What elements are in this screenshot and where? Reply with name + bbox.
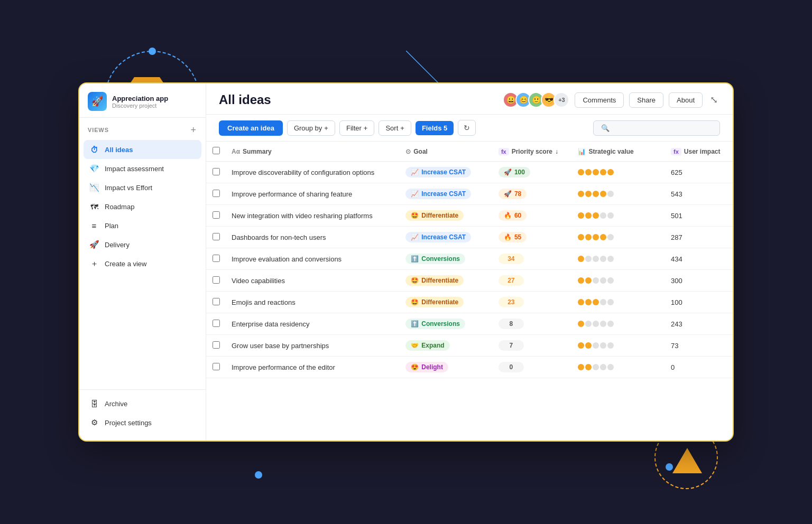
plus-icon: + [364, 124, 368, 132]
group-by-button[interactable]: Group by + [287, 120, 335, 136]
refresh-button[interactable]: ↻ [458, 120, 476, 136]
goal-badge[interactable]: 📈 Increase CSAT [405, 232, 471, 242]
sidebar-item-all-ideas[interactable]: ⏱ All ideas [84, 140, 201, 159]
filter-button[interactable]: Filter + [339, 120, 374, 136]
impact-effort-icon: 📉 [89, 182, 99, 193]
th-summary[interactable]: Aα Summary [225, 142, 399, 162]
search-icon: 🔍 [601, 124, 610, 132]
row-summary[interactable]: Emojis and reactions [225, 292, 399, 313]
fx-icon: fx [499, 148, 509, 155]
sidebar-item-plan[interactable]: ≡ Plan [84, 216, 201, 235]
row-checkbox-cell [206, 227, 225, 248]
row-summary[interactable]: Improve discoverability of configuration… [225, 162, 399, 183]
goal-badge[interactable]: 🤩 Differentiate [405, 297, 464, 307]
score-pill[interactable]: 7 [499, 340, 524, 351]
row-checkbox[interactable] [213, 255, 220, 262]
th-priority-score[interactable]: fx Priority score ↓ [492, 142, 572, 162]
row-checkbox[interactable] [213, 341, 220, 349]
goal-badge[interactable]: 📈 Increase CSAT [405, 167, 471, 177]
row-summary[interactable]: Improve performance of sharing feature [225, 183, 399, 205]
sidebar-item-delivery[interactable]: 🚀 Delivery [84, 235, 201, 254]
score-pill[interactable]: 34 [499, 254, 524, 264]
table-row: Dashboards for non-tech users 📈 Increase… [206, 227, 733, 248]
create-idea-button[interactable]: Create an idea [219, 120, 283, 136]
row-checkbox[interactable] [213, 190, 220, 197]
score-value: 60 [514, 212, 521, 219]
row-checkbox[interactable] [213, 363, 220, 370]
row-checkbox-cell [206, 292, 225, 313]
row-summary[interactable]: Enterprise data residency [225, 313, 399, 335]
row-checkbox[interactable] [213, 320, 220, 327]
plan-icon: ≡ [89, 220, 99, 231]
plus-icon: + [324, 124, 328, 132]
fields-button[interactable]: Fields 5 [416, 121, 454, 135]
row-score: 🚀 78 [492, 183, 572, 205]
views-label: VIEWS [88, 127, 109, 133]
add-view-button[interactable]: + [189, 125, 197, 135]
row-strategic [571, 248, 665, 270]
dot [607, 277, 614, 284]
sidebar-item-project-settings[interactable]: ⚙ Project settings [84, 413, 201, 432]
row-impact: 434 [665, 248, 733, 270]
sidebar-item-archive[interactable]: 🗄 Archive [84, 394, 201, 413]
score-pill[interactable]: 8 [499, 319, 524, 329]
score-pill[interactable]: 0 [499, 362, 524, 372]
dot [578, 364, 584, 370]
row-checkbox-cell [206, 313, 225, 335]
toolbar: Create an idea Group by + Filter + Sort … [206, 115, 733, 142]
select-all-checkbox[interactable] [213, 147, 220, 154]
goal-badge[interactable]: ⬆️ Conversions [405, 319, 465, 329]
goal-badge[interactable]: ⬆️ Conversions [405, 254, 465, 264]
comments-button[interactable]: Comments [575, 92, 624, 108]
row-checkbox[interactable] [213, 211, 220, 219]
row-summary[interactable]: Grow user base by partnerships [225, 335, 399, 357]
sidebar-item-impact-assessment[interactable]: 💎 Impact assessment [84, 159, 201, 178]
dot [607, 212, 614, 219]
score-pill[interactable]: 🔥 55 [499, 232, 527, 242]
fx-icon-2: fx [671, 148, 681, 155]
goal-badge[interactable]: 🤩 Differentiate [405, 210, 464, 221]
th-user-impact[interactable]: fx User impact [665, 142, 733, 162]
row-summary[interactable]: Improve evaluation and conversions [225, 248, 399, 270]
row-checkbox-cell [206, 162, 225, 183]
score-pill[interactable]: 27 [499, 275, 524, 286]
row-summary[interactable]: Dashboards for non-tech users [225, 227, 399, 248]
dot [607, 342, 614, 349]
about-button[interactable]: About [669, 92, 703, 108]
strategic-dots [578, 234, 658, 240]
dot [607, 234, 614, 240]
goal-badge[interactable]: 📈 Increase CSAT [405, 189, 471, 199]
score-pill[interactable]: 🚀 100 [499, 167, 530, 177]
score-pill[interactable]: 23 [499, 297, 524, 307]
row-checkbox[interactable] [213, 168, 220, 175]
th-checkbox [206, 142, 225, 162]
row-summary[interactable]: New integration with video resharing pla… [225, 205, 399, 227]
row-summary[interactable]: Video capabilities [225, 270, 399, 292]
row-checkbox[interactable] [213, 298, 220, 305]
row-checkbox[interactable] [213, 233, 220, 240]
score-pill[interactable]: 🚀 78 [499, 189, 527, 199]
row-goal: 🤩 Differentiate [399, 270, 492, 292]
dot [578, 212, 584, 219]
goal-badge[interactable]: 😍 Delight [405, 362, 448, 372]
summary-type-icon: Aα [232, 148, 240, 155]
sidebar-item-create-view[interactable]: ＋ Create a view [84, 254, 201, 273]
share-button[interactable]: Share [629, 92, 663, 108]
sidebar-item-roadmap[interactable]: 🗺 Roadmap [84, 197, 201, 216]
row-impact: 0 [665, 357, 733, 378]
goal-badge[interactable]: 🤩 Differentiate [405, 275, 464, 286]
score-pill[interactable]: 🔥 60 [499, 210, 527, 221]
dot [600, 212, 606, 219]
sort-button[interactable]: Sort + [379, 120, 411, 136]
goal-badge[interactable]: 🤝 Expand [405, 340, 449, 351]
row-summary[interactable]: Improve performance of the editor [225, 357, 399, 378]
plus-icon: + [400, 124, 404, 132]
row-checkbox[interactable] [213, 276, 220, 284]
dot [578, 321, 584, 327]
sidebar: 🚀 Appreciation app Discovery project VIE… [79, 83, 206, 441]
row-score: 🔥 55 [492, 227, 572, 248]
sidebar-item-impact-effort[interactable]: 📉 Impact vs Effort [84, 178, 201, 197]
th-strategic-value[interactable]: 📊 Strategic value [571, 142, 665, 162]
expand-button[interactable]: ⤡ [708, 92, 720, 108]
th-goal[interactable]: ⊙ Goal [399, 142, 492, 162]
